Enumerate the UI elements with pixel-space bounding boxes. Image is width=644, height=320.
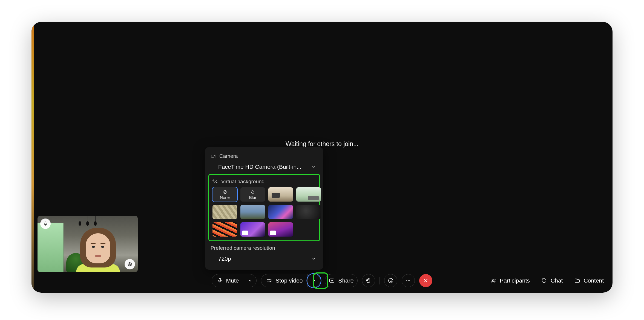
- blur-icon: [250, 190, 255, 194]
- svg-rect-4: [267, 279, 270, 282]
- resolution-select[interactable]: 720p: [211, 254, 318, 264]
- virtual-background-grid: None Blur: [209, 187, 319, 237]
- stop-video-button[interactable]: Stop video: [261, 274, 307, 287]
- self-view-person: [72, 223, 124, 272]
- virtual-bg-blur[interactable]: Blur: [240, 187, 265, 202]
- smile-icon: [388, 278, 394, 284]
- more-horizontal-icon: [405, 278, 411, 284]
- video-settings-popover: Camera FaceTime HD Camera (Built-in... V…: [205, 147, 323, 270]
- pin-icon: [43, 221, 48, 226]
- virtual-bg-image-6[interactable]: [296, 205, 321, 219]
- reactions-button[interactable]: [384, 274, 397, 287]
- virtual-bg-none[interactable]: None: [212, 187, 237, 202]
- chevron-down-icon: [311, 256, 316, 261]
- virtual-background-header: Virtual background: [209, 179, 319, 185]
- resolution-selected-value: 720p: [218, 255, 231, 262]
- mute-button-group: Mute: [212, 274, 257, 287]
- svg-point-11: [410, 280, 410, 281]
- pin-self-view-button[interactable]: [40, 219, 51, 229]
- virtual-bg-image-1[interactable]: [268, 187, 293, 202]
- virtual-bg-image-3[interactable]: [212, 205, 237, 219]
- more-options-button[interactable]: [402, 274, 415, 287]
- leave-meeting-button[interactable]: [419, 274, 432, 287]
- svg-rect-1: [211, 155, 214, 157]
- mute-options-caret[interactable]: [244, 274, 256, 287]
- svg-point-10: [408, 280, 409, 281]
- folder-icon: [574, 278, 580, 284]
- video-button-group: Stop video: [261, 274, 320, 287]
- chat-button[interactable]: Chat: [541, 277, 563, 284]
- meeting-window: Waiting for others to join... Camera: [31, 22, 613, 293]
- microphone-icon: [217, 278, 223, 284]
- toolbar-divider: [380, 277, 380, 284]
- raise-hand-button[interactable]: [362, 274, 375, 287]
- svg-point-13: [494, 279, 495, 280]
- video-options-caret[interactable]: [307, 274, 320, 287]
- svg-rect-3: [219, 278, 221, 281]
- camera-icon: [211, 153, 216, 159]
- svg-point-8: [392, 280, 392, 280]
- svg-point-0: [129, 264, 131, 265]
- meeting-toolbar-right: Participants Chat Content: [490, 274, 604, 287]
- virtual-bg-image-2[interactable]: [296, 187, 321, 202]
- virtual-bg-image-7[interactable]: [212, 222, 237, 237]
- gear-icon: [127, 262, 132, 267]
- resolution-section-header: Preferred camera resolution: [211, 245, 318, 251]
- none-icon: [222, 190, 227, 194]
- camera-badge-icon: [270, 231, 276, 235]
- self-view-settings-button[interactable]: [125, 259, 135, 269]
- waiting-status-text: Waiting for others to join...: [286, 140, 358, 147]
- camera-badge-icon: [242, 231, 248, 235]
- close-icon: [423, 278, 429, 284]
- camera-section-header: Camera: [211, 153, 318, 159]
- svg-point-9: [407, 280, 407, 281]
- participants-button[interactable]: Participants: [490, 277, 530, 284]
- camera-select[interactable]: FaceTime HD Camera (Built-in...: [211, 162, 318, 172]
- virtual-bg-custom-2[interactable]: [268, 222, 293, 237]
- virtual-bg-image-4[interactable]: [240, 205, 265, 219]
- svg-point-6: [389, 278, 393, 283]
- chevron-down-icon: [248, 278, 252, 283]
- participants-icon: [490, 278, 496, 284]
- video-camera-icon: [266, 278, 272, 284]
- camera-selected-value: FaceTime HD Camera (Built-in...: [218, 164, 301, 170]
- chat-icon: [541, 278, 547, 284]
- self-video-thumbnail[interactable]: [38, 216, 138, 272]
- virtual-background-section: Virtual background None Blur: [208, 174, 320, 241]
- magic-wand-icon: [212, 179, 218, 184]
- mute-button[interactable]: Mute: [212, 274, 244, 287]
- chevron-up-icon: [312, 278, 316, 283]
- share-screen-icon: [329, 278, 335, 284]
- content-button[interactable]: Content: [574, 277, 604, 284]
- virtual-bg-image-5[interactable]: [268, 205, 293, 219]
- window-edge-accent: [31, 22, 34, 293]
- svg-point-12: [492, 279, 494, 281]
- virtual-bg-custom-1[interactable]: [240, 222, 265, 237]
- chevron-down-icon: [311, 164, 316, 169]
- share-button[interactable]: Share: [325, 274, 358, 287]
- raise-hand-icon: [366, 278, 372, 284]
- svg-point-7: [390, 280, 390, 280]
